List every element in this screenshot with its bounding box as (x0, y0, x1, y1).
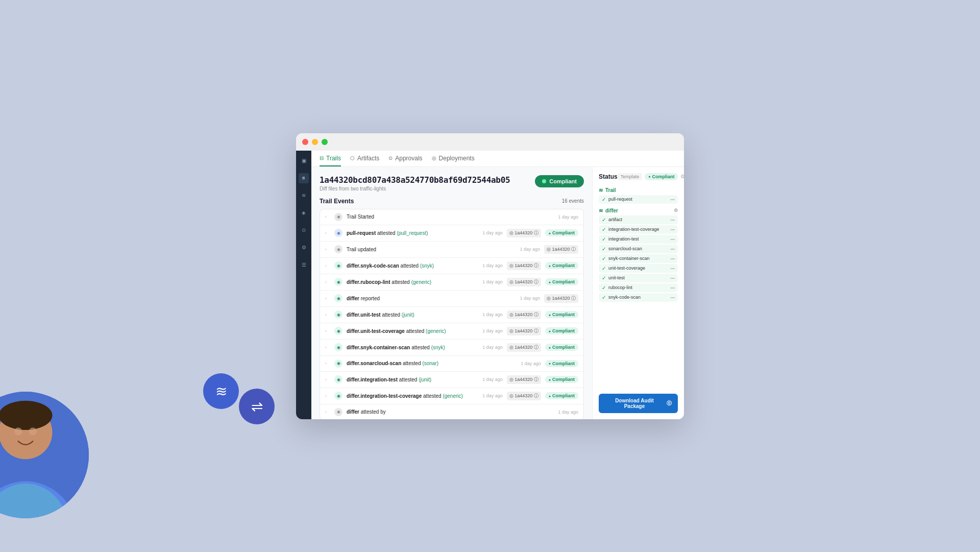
table-row[interactable]: › ◉ Trail Started 1 day ago (320, 209, 583, 225)
waves-badge: ≋ (203, 373, 239, 409)
sidebar-icon-1[interactable]: ▣ (299, 156, 309, 166)
trail-events-header: Trail Events 16 events (320, 198, 584, 205)
table-row[interactable]: › ◉ differ.rubocop-lint attested (generi… (320, 274, 583, 291)
item-options-icon[interactable]: ••• (671, 247, 675, 251)
svg-point-4 (0, 401, 52, 430)
event-time: 1 day ago (482, 279, 503, 284)
item-options-icon[interactable]: ••• (671, 227, 675, 232)
status-item-name: ✓ snyk-container-scan (602, 256, 650, 261)
status-item-artifact: ✓ artifact ••• (599, 215, 678, 224)
table-row[interactable]: › ◉ differ.integration-test-coverage att… (320, 388, 583, 404)
event-name: differ.rubocop-lint attested (generic) (347, 279, 478, 285)
table-row[interactable]: › ◉ differ.unit-test attested (junit) 1 … (320, 307, 583, 323)
status-item-name: ✓ integration-test-coverage (602, 227, 659, 232)
item-options-icon[interactable]: ••• (671, 197, 675, 202)
check-icon: ✓ (602, 236, 606, 242)
tab-deployments[interactable]: ◎ Deployments (432, 155, 475, 166)
events-table: › ◉ Trail Started 1 day ago › ◉ pull-req… (320, 209, 584, 419)
table-row[interactable]: › ◉ Trail updated 1 day ago ◎ 1a44320 ⓘ (320, 242, 583, 258)
waves-icon: ≋ (599, 187, 603, 193)
compliant-badge: Compliant (545, 311, 578, 318)
ref-badge: ◎ 1a44320 ⓘ (507, 327, 541, 335)
ref-badge: ◎ 1a44320 ⓘ (544, 245, 578, 254)
maximize-button[interactable] (322, 139, 328, 145)
chevron-icon: › (325, 247, 330, 252)
chevron-icon: › (325, 394, 330, 398)
status-item-unit-test: ✓ unit-test ••• (599, 274, 678, 282)
item-options-icon[interactable]: ••• (671, 295, 675, 300)
event-icon: ◉ (334, 327, 342, 335)
item-options-icon[interactable]: ••• (671, 266, 675, 271)
table-row[interactable]: › ◉ differ.snyk-container-scan attested … (320, 340, 583, 356)
content-area: 1a44320bcd807a438a524770b8af69d72544ab05… (311, 167, 684, 419)
event-name: Trail updated (347, 247, 516, 252)
tab-artifacts[interactable]: ⬡ Artifacts (350, 155, 379, 166)
event-time: 1 day ago (482, 345, 503, 350)
chevron-icon: › (325, 263, 330, 268)
differ-gear-icon[interactable]: ⚙ (674, 208, 678, 213)
item-options-icon[interactable]: ••• (671, 276, 675, 280)
minimize-button[interactable] (312, 139, 318, 145)
tab-trails[interactable]: ⊟ Trails (320, 155, 341, 166)
sidebar-icon-3[interactable]: ≋ (299, 190, 309, 201)
item-options-icon[interactable]: ••• (671, 285, 675, 290)
event-icon: ◉ (334, 392, 342, 400)
events-count: 16 events (562, 198, 584, 204)
status-gear-icon[interactable]: ⚙ (680, 174, 684, 179)
sidebar-icon-7[interactable]: ☰ (299, 260, 309, 270)
table-row[interactable]: › ◉ pull-request attested (pull_request)… (320, 225, 583, 242)
status-item-pull-request: ✓ pull-request ••• (599, 195, 678, 204)
event-name: differ.integration-test-coverage atteste… (347, 393, 478, 399)
download-icon: ⓪ (667, 400, 672, 407)
close-button[interactable] (302, 139, 308, 145)
chevron-icon: › (325, 280, 330, 284)
download-audit-button[interactable]: Download Audit Package ⓪ (599, 394, 678, 413)
chevron-icon: › (325, 361, 330, 366)
event-icon: ◉ (334, 229, 342, 237)
item-options-icon[interactable]: ••• (671, 218, 675, 222)
sidebar-icon-4[interactable]: ◈ (299, 208, 309, 218)
status-item-name: ✓ unit-test (602, 275, 625, 281)
sidebar-icon-2[interactable]: ≡ (299, 173, 309, 183)
ref-badge: ◎ 1a44320 ⓘ (507, 375, 541, 384)
table-row[interactable]: › ◉ differ.snyk-code-scan attested (snyk… (320, 258, 583, 274)
ref-badge: ◎ 1a44320 ⓘ (507, 229, 541, 237)
event-name: differ.integration-test attested (junit) (347, 377, 478, 382)
status-compliant-badge: Compliant (645, 173, 678, 180)
waves-badge-icon: ≋ (215, 383, 227, 400)
flow-badge: ⇌ (239, 389, 275, 424)
event-name: differ.sonarcloud-scan attested (sonar) (347, 361, 517, 366)
tab-approvals[interactable]: ⊙ Approvals (388, 155, 422, 166)
trails-icon: ⊟ (320, 155, 324, 161)
table-row[interactable]: › ◉ differ attested by 1 day ago (320, 404, 583, 419)
template-badge: Template (618, 173, 643, 180)
status-item-name: ✓ integration-test (602, 236, 639, 242)
table-row[interactable]: › ◉ differ.sonarcloud-scan attested (son… (320, 356, 583, 372)
compliant-badge: Compliant (545, 327, 578, 334)
compliant-badge: Compliant (545, 376, 578, 383)
item-options-icon[interactable]: ••• (671, 256, 675, 261)
trail-section-label: ≋ Trail (599, 187, 678, 193)
ref-badge: ◎ 1a44320 ⓘ (507, 310, 541, 319)
chevron-icon: › (325, 377, 330, 382)
event-time: 1 day ago (482, 230, 503, 235)
event-name: Trail Started (347, 214, 554, 220)
person-image (0, 392, 89, 518)
status-item-name: ✓ rubocop-lint (602, 285, 632, 291)
chevron-icon: › (325, 296, 330, 301)
table-row[interactable]: › ◉ differ.integration-test attested (ju… (320, 372, 583, 388)
status-item-name: ✓ sonarcloud-scan (602, 246, 642, 252)
check-icon: ✓ (602, 275, 606, 281)
status-panel: Status Template Compliant ⚙ ≋ Trail ✓ pu… (592, 167, 684, 419)
sidebar-icon-5[interactable]: ⊙ (299, 225, 309, 235)
left-panel: 1a44320bcd807a438a524770b8af69d72544ab05… (311, 167, 592, 419)
table-row[interactable]: › ◉ differ.unit-test-coverage attested (… (320, 323, 583, 340)
sidebar-icon-6[interactable]: ⚙ (299, 243, 309, 253)
status-item-name: ✓ artifact (602, 217, 622, 223)
svg-point-6 (29, 427, 37, 435)
compliant-badge: Compliant (545, 278, 578, 285)
status-item-rubocop-lint: ✓ rubocop-lint ••• (599, 283, 678, 292)
table-row[interactable]: › ◉ differ reported 1 day ago ◎ 1a44320 … (320, 291, 583, 307)
check-icon: ✓ (602, 295, 606, 300)
item-options-icon[interactable]: ••• (671, 237, 675, 242)
